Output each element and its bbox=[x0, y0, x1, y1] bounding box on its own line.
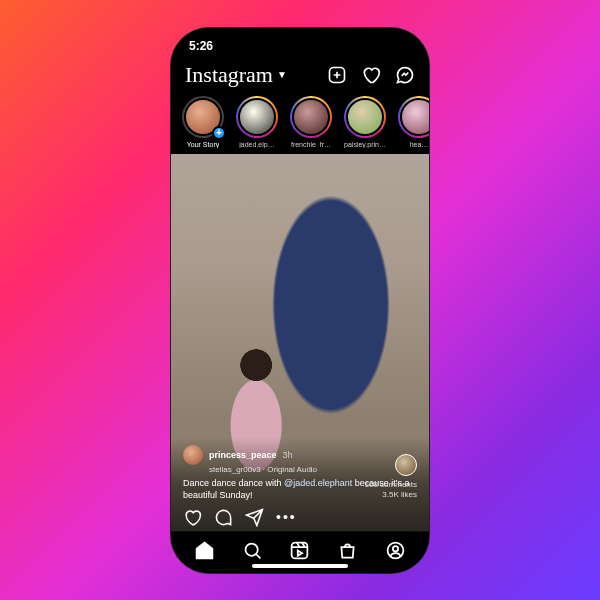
nav-home[interactable] bbox=[194, 540, 215, 565]
instagram-logo[interactable]: Instagram ▼ bbox=[185, 62, 287, 88]
nav-search[interactable] bbox=[242, 540, 263, 565]
svg-point-4 bbox=[245, 543, 257, 555]
mention-link[interactable]: @jaded.elephant bbox=[284, 478, 352, 488]
add-story-plus-icon[interactable]: + bbox=[212, 126, 226, 140]
post-author-avatar[interactable] bbox=[183, 445, 203, 465]
story-label: Your Story bbox=[187, 141, 219, 148]
svg-rect-5 bbox=[292, 542, 308, 558]
nav-shop[interactable] bbox=[337, 540, 358, 565]
status-time: 5:26 bbox=[189, 39, 213, 53]
activity-heart-icon[interactable] bbox=[361, 65, 381, 85]
story-label: jaded.elp… bbox=[239, 141, 274, 148]
story-label: hea… bbox=[410, 141, 429, 148]
post-overlay: princess_peace 3h stellas_gr00v3 · Origi… bbox=[171, 437, 429, 530]
create-post-icon[interactable] bbox=[327, 65, 347, 85]
story-item[interactable]: jaded.elp… bbox=[235, 96, 279, 148]
collab-avatar[interactable] bbox=[395, 454, 417, 476]
nav-profile[interactable] bbox=[385, 540, 406, 565]
stories-tray[interactable]: + Your Story jaded.elp… frenchie_fr… pai… bbox=[171, 92, 429, 154]
phone-frame: 5:26 Instagram ▼ + Your Story bbox=[171, 28, 429, 573]
notch bbox=[245, 28, 355, 50]
nav-reels[interactable] bbox=[289, 540, 310, 565]
story-item[interactable]: paisley.prin… bbox=[343, 96, 387, 148]
story-item[interactable]: hea… bbox=[397, 96, 429, 148]
chevron-down-icon: ▼ bbox=[277, 69, 287, 80]
like-heart-icon[interactable] bbox=[183, 508, 202, 527]
logo-text: Instagram bbox=[185, 62, 273, 88]
svg-point-7 bbox=[393, 546, 398, 551]
comments-count[interactable]: 108 comments bbox=[365, 480, 417, 490]
story-item[interactable]: frenchie_fr… bbox=[289, 96, 333, 148]
share-icon[interactable] bbox=[245, 508, 264, 527]
likes-count[interactable]: 3.5K likes bbox=[365, 490, 417, 500]
home-indicator[interactable] bbox=[252, 564, 348, 568]
top-bar: Instagram ▼ bbox=[171, 60, 429, 92]
post-timestamp: 3h bbox=[283, 450, 293, 460]
messenger-icon[interactable] bbox=[395, 65, 415, 85]
story-your-story[interactable]: + Your Story bbox=[181, 96, 225, 148]
comment-icon[interactable] bbox=[214, 508, 233, 527]
story-label: frenchie_fr… bbox=[291, 141, 331, 148]
more-options-icon[interactable]: ••• bbox=[276, 509, 297, 525]
feed-post[interactable]: princess_peace 3h stellas_gr00v3 · Origi… bbox=[171, 154, 429, 531]
post-username[interactable]: princess_peace bbox=[209, 450, 277, 460]
story-label: paisley.prin… bbox=[344, 141, 386, 148]
post-stats[interactable]: 108 comments 3.5K likes bbox=[365, 454, 417, 501]
